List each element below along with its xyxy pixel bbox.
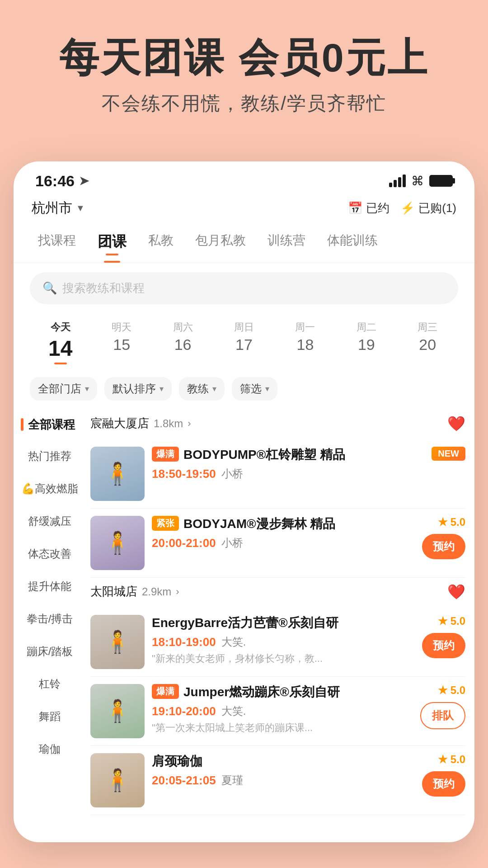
wifi-icon: ⌘ <box>411 174 424 189</box>
sidebar-item[interactable]: 提升体能 <box>14 570 86 603</box>
lightning-icon: ⚡ <box>400 201 415 215</box>
sidebar-items: 热门推荐💪高效燃脂舒缓减压体态改善提升体能拳击/搏击蹦床/踏板杠铃舞蹈瑜伽 <box>14 440 86 765</box>
course-desc: "新来的美女老师，身材修长匀称，教... <box>152 652 415 665</box>
date-item-14[interactable]: 今天 14 <box>30 317 91 368</box>
course-list: 宸融大厦店 1.8km › ❤️ 🧍 爆满 BODYPUMP®杠铃雕塑 精品 1… <box>86 410 474 815</box>
sidebar-item[interactable]: 舞蹈 <box>14 700 86 733</box>
sidebar-item[interactable]: 体态改善 <box>14 538 86 570</box>
status-icons: ⌘ <box>389 174 453 189</box>
venue-heart-icon[interactable]: ❤️ <box>447 415 465 432</box>
filter-btn-默认排序[interactable]: 默认排序▾ <box>104 377 172 401</box>
course-right: ★5.0 排队 <box>420 684 465 729</box>
category-tab-体能训练[interactable]: 体能训练 <box>316 225 389 263</box>
course-right: NEW <box>432 447 465 466</box>
course-info: 肩颈瑜伽 20:05-21:05 夏瑾 <box>152 753 415 788</box>
search-bar[interactable]: 🔍 搜索教练和课程 <box>30 272 458 304</box>
sidebar-item[interactable]: 瑜伽 <box>14 733 86 765</box>
sidebar-item[interactable]: 舒缓减压 <box>14 505 86 538</box>
course-time: 20:05-21:05 <box>152 774 216 788</box>
category-tab-找课程[interactable]: 找课程 <box>27 225 87 263</box>
new-badge: NEW <box>432 447 465 461</box>
course-thumbnail: 🧍 <box>90 684 145 738</box>
sidebar-item[interactable]: 蹦床/踏板 <box>14 635 86 668</box>
sidebar-item[interactable]: 热门推荐 <box>14 440 86 472</box>
calendar-icon: 📅 <box>348 201 362 215</box>
course-time: 19:10-20:00 <box>152 704 216 718</box>
filter-btn-全部门店[interactable]: 全部门店▾ <box>30 377 97 401</box>
course-right: ★5.0 预约 <box>422 753 465 797</box>
course-info: 爆满 Jumper燃动蹦床®乐刻自研 19:10-20:00 大笑. "第一次来… <box>152 684 413 735</box>
search-icon: 🔍 <box>42 281 57 295</box>
category-tab-训练营[interactable]: 训练营 <box>257 225 316 263</box>
book-button[interactable]: 预约 <box>422 534 465 559</box>
course-card[interactable]: 🧍 爆满 Jumper燃动蹦床®乐刻自研 19:10-20:00 大笑. "第一… <box>90 677 465 746</box>
chevron-down-icon: ▾ <box>265 384 269 394</box>
course-teacher: 夏瑾 <box>221 773 243 788</box>
course-time: 18:10-19:00 <box>152 635 216 649</box>
sidebar-item[interactable]: 杠铃 <box>14 668 86 700</box>
search-container: 🔍 搜索教练和课程 <box>14 263 474 313</box>
queue-button[interactable]: 排队 <box>420 702 465 729</box>
filter-btn-教练[interactable]: 教练▾ <box>179 377 225 401</box>
book-button[interactable]: 预约 <box>422 633 465 658</box>
category-tabs: 找课程团课私教包月私教训练营体能训练 <box>14 225 474 263</box>
venue-name[interactable]: 太阳城店 2.9km › <box>90 584 179 599</box>
star-icon: ★ <box>438 684 448 697</box>
main-content: 全部课程 热门推荐💪高效燃脂舒缓减压体态改善提升体能拳击/搏击蹦床/踏板杠铃舞蹈… <box>14 410 474 824</box>
course-tag: 紧张 <box>152 516 179 531</box>
chevron-down-icon: ▾ <box>85 384 89 394</box>
course-teacher: 大笑. <box>221 704 246 718</box>
date-item-17[interactable]: 周日 17 <box>213 317 274 368</box>
course-info: 紧张 BODYJAM®漫步舞林 精品 20:00-21:00 小桥 <box>152 516 415 550</box>
venue-name[interactable]: 宸融大厦店 1.8km › <box>90 415 191 431</box>
course-time: 20:00-21:00 <box>152 536 216 550</box>
category-tab-团课[interactable]: 团课 <box>87 225 137 263</box>
venue-heart-icon[interactable]: ❤️ <box>447 583 465 600</box>
category-tab-私教[interactable]: 私教 <box>137 225 184 263</box>
chevron-down-icon: ▾ <box>160 384 164 394</box>
course-name: BODYJAM®漫步舞林 精品 <box>183 516 335 532</box>
sidebar-item[interactable]: 💪高效燃脂 <box>14 472 86 505</box>
course-teacher: 大笑. <box>221 635 246 649</box>
course-card[interactable]: 🧍 紧张 BODYJAM®漫步舞林 精品 20:00-21:00 小桥 ★5.0… <box>90 509 465 578</box>
nav-actions: 📅 已约 ⚡ 已购(1) <box>348 200 456 216</box>
venue-distance: 1.8km <box>154 417 183 430</box>
book-button[interactable]: 预约 <box>422 771 465 797</box>
sidebar: 全部课程 热门推荐💪高效燃脂舒缓减压体态改善提升体能拳击/搏击蹦床/踏板杠铃舞蹈… <box>14 410 86 815</box>
date-item-16[interactable]: 周六 16 <box>152 317 213 368</box>
star-icon: ★ <box>438 615 448 627</box>
course-time: 18:50-19:50 <box>152 467 216 481</box>
status-time: 16:46 ➤ <box>35 172 89 190</box>
tab-underline <box>106 254 118 255</box>
location-dropdown-icon: ▼ <box>76 203 85 213</box>
sidebar-item[interactable]: 拳击/搏击 <box>14 603 86 635</box>
course-name: 肩颈瑜伽 <box>152 753 202 769</box>
filter-btn-筛选[interactable]: 筛选▾ <box>232 377 277 401</box>
phone-mockup: 16:46 ➤ ⌘ 杭州市 ▼ 📅 已约 ⚡ 已购 <box>14 161 474 842</box>
category-tab-包月私教[interactable]: 包月私教 <box>184 225 257 263</box>
chevron-down-icon: ▾ <box>212 384 216 394</box>
course-info: EnergyBarre活力芭蕾®乐刻自研 18:10-19:00 大笑. "新来… <box>152 615 415 665</box>
date-item-15[interactable]: 明天 15 <box>91 317 152 368</box>
location-selector[interactable]: 杭州市 ▼ <box>32 199 85 217</box>
course-card[interactable]: 🧍 肩颈瑜伽 20:05-21:05 夏瑾 ★5.0 预约 <box>90 746 465 815</box>
course-rating: ★5.0 <box>438 615 465 627</box>
date-item-19[interactable]: 周二 19 <box>336 317 397 368</box>
search-placeholder-text: 搜索教练和课程 <box>62 280 145 296</box>
course-rating: ★5.0 <box>438 753 465 766</box>
course-card[interactable]: 🧍 爆满 BODYPUMP®杠铃雕塑 精品 18:50-19:50 小桥 NEW <box>90 439 465 509</box>
course-card[interactable]: 🧍 EnergyBarre活力芭蕾®乐刻自研 18:10-19:00 大笑. "… <box>90 608 465 677</box>
date-item-18[interactable]: 周一 18 <box>275 317 336 368</box>
venue-distance: 2.9km <box>142 585 171 598</box>
date-item-20[interactable]: 周三 20 <box>397 317 458 368</box>
sidebar-header: 全部课程 <box>14 410 86 440</box>
course-thumbnail: 🧍 <box>90 753 145 807</box>
course-thumbnail: 🧍 <box>90 516 145 570</box>
hero-section: 每天团课 会员0元上 不会练不用慌，教练/学员齐帮忙 <box>0 0 488 143</box>
status-bar: 16:46 ➤ ⌘ <box>14 161 474 195</box>
booked-button[interactable]: 📅 已约 <box>348 200 389 216</box>
filter-bar: 全部门店▾默认排序▾教练▾筛选▾ <box>14 377 474 410</box>
purchased-button[interactable]: ⚡ 已购(1) <box>400 200 456 216</box>
course-tag: 爆满 <box>152 684 179 699</box>
course-thumbnail: 🧍 <box>90 447 145 501</box>
